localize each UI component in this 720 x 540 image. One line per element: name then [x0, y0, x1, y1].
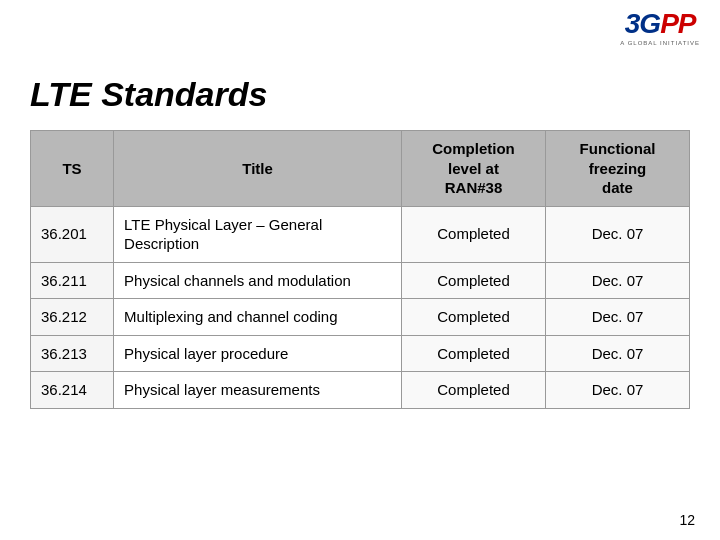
cell-ts: 36.213 — [31, 335, 114, 372]
cell-functional: Dec. 07 — [545, 262, 689, 299]
cell-title: Physical layer measurements — [114, 372, 402, 409]
cell-ts: 36.201 — [31, 206, 114, 262]
th-ts: TS — [31, 131, 114, 207]
logo-subtitle: A GLOBAL INITIATIVE — [620, 40, 700, 46]
table-row: 36.212Multiplexing and channel codingCom… — [31, 299, 690, 336]
cell-title: Physical layer procedure — [114, 335, 402, 372]
table-row: 36.211Physical channels and modulationCo… — [31, 262, 690, 299]
cell-ts: 36.214 — [31, 372, 114, 409]
logo-area: 3GPP A GLOBAL INITIATIVE — [620, 10, 700, 46]
table-header-row: TS Title Completionlevel atRAN#38 Functi… — [31, 131, 690, 207]
cell-ts: 36.211 — [31, 262, 114, 299]
th-functional: Functionalfreezingdate — [545, 131, 689, 207]
cell-functional: Dec. 07 — [545, 206, 689, 262]
page-container: 3GPP A GLOBAL INITIATIVE LTE Standards T… — [0, 0, 720, 540]
cell-completion: Completed — [402, 299, 546, 336]
cell-completion: Completed — [402, 206, 546, 262]
page-title: LTE Standards — [30, 75, 690, 114]
cell-title: Multiplexing and channel coding — [114, 299, 402, 336]
cell-ts: 36.212 — [31, 299, 114, 336]
cell-completion: Completed — [402, 335, 546, 372]
th-title: Title — [114, 131, 402, 207]
table-row: 36.201LTE Physical Layer – General Descr… — [31, 206, 690, 262]
logo-3gpp: 3GPP — [620, 10, 700, 38]
cell-title: Physical channels and modulation — [114, 262, 402, 299]
cell-functional: Dec. 07 — [545, 335, 689, 372]
logo-pp: PP — [660, 8, 695, 39]
cell-completion: Completed — [402, 262, 546, 299]
cell-completion: Completed — [402, 372, 546, 409]
cell-functional: Dec. 07 — [545, 299, 689, 336]
th-completion: Completionlevel atRAN#38 — [402, 131, 546, 207]
cell-title: LTE Physical Layer – General Description — [114, 206, 402, 262]
table-row: 36.213Physical layer procedureCompletedD… — [31, 335, 690, 372]
cell-functional: Dec. 07 — [545, 372, 689, 409]
page-number: 12 — [679, 512, 695, 528]
standards-table: TS Title Completionlevel atRAN#38 Functi… — [30, 130, 690, 409]
table-row: 36.214Physical layer measurementsComplet… — [31, 372, 690, 409]
